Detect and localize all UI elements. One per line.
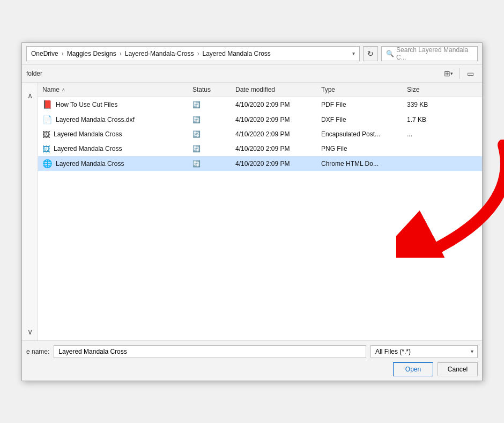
file-status-cell: 🔄 [188,128,231,141]
file-type-icon: 🖼 [42,130,50,139]
file-name-cell: 🖼 Layered Mandala Cross [38,143,188,155]
file-status-cell: 🔄 [188,157,231,170]
search-icon: 🔍 [386,50,394,57]
open-button[interactable]: Open [393,362,433,376]
col-header-type[interactable]: Type [317,85,403,94]
file-rows-container: 📕 How To Use Cut Files 🔄 4/10/2020 2:09 … [38,97,482,171]
file-type-icon: 📄 [42,115,53,125]
search-placeholder: Search Layered Mandala C... [396,46,473,61]
toolbar-divider [459,68,459,79]
table-row[interactable]: 📕 How To Use Cut Files 🔄 4/10/2020 2:09 … [38,97,482,112]
file-date-cell: 4/10/2020 2:09 PM [231,113,317,126]
button-row: Open Cancel [26,362,478,376]
path-sep-1: › [62,50,64,57]
search-box[interactable]: 🔍 Search Layered Mandala C... [381,46,478,61]
grid-view-button[interactable]: ⊞ ▾ [441,67,456,80]
main-content: ∧ ∨ Name ∧ Status Date modified Type [22,83,482,340]
file-name-cell: 🖼 Layered Mandala Cross [38,128,188,141]
file-open-dialog: OneDrive › Maggies Designs › Layered-Man… [21,42,483,381]
table-row[interactable]: 🖼 Layered Mandala Cross 🔄 4/10/2020 2:09… [38,127,482,142]
file-name-cell: 📄 Layered Mandala Cross.dxf [38,113,188,126]
toolbar-right: ⊞ ▾ ▭ [441,67,478,80]
sync-icon: 🔄 [192,116,201,123]
file-type-cell: PNG File [317,143,403,155]
filetype-select-wrapper: All Files (*.*)SVG Files (*.svg)PNG File… [370,345,478,358]
table-row[interactable]: 📄 Layered Mandala Cross.dxf 🔄 4/10/2020 … [38,112,482,127]
filename-input[interactable] [54,345,366,358]
file-type-cell: Encapsulated Post... [317,128,403,141]
sync-icon: 🔄 [192,160,201,167]
file-status-cell: 🔄 [188,113,231,126]
col-date-label: Date modified [235,86,275,93]
file-type-cell: Chrome HTML Do... [317,157,403,170]
filename-label: e name: [26,348,49,355]
col-header-size[interactable]: Size [403,85,446,94]
scroll-up-button[interactable]: ∧ [25,89,35,102]
file-date-cell: 4/10/2020 2:09 PM [231,143,317,155]
file-status-cell: 🔄 [188,98,231,111]
col-size-label: Size [407,86,419,93]
col-header-status[interactable]: Status [188,85,231,94]
grid-view-icon: ⊞ [444,69,450,78]
sync-icon: 🔄 [192,101,201,108]
filename-row: e name: All Files (*.*)SVG Files (*.svg)… [26,345,478,358]
path-maggies: Maggies Designs [67,50,116,57]
file-name-text: How To Use Cut Files [56,101,117,108]
refresh-button[interactable]: ↻ [363,46,378,61]
file-name-text: Layered Mandala Cross [54,145,122,152]
table-row[interactable]: 🖼 Layered Mandala Cross 🔄 4/10/2020 2:09… [38,142,482,156]
toolbar: folder ⊞ ▾ ▭ [22,65,482,83]
file-date-cell: 4/10/2020 2:09 PM [231,98,317,111]
file-name-text: Layered Mandala Cross.dxf [56,116,135,123]
file-list: Name ∧ Status Date modified Type Size [38,83,482,340]
file-status-cell: 🔄 [188,143,231,155]
file-size-cell: 339 KB [403,98,446,111]
table-row[interactable]: 🌐 Layered Mandala Cross 🔄 4/10/2020 2:09… [38,156,482,171]
chevron-down-icon: ▾ [450,71,453,76]
file-type-icon: 📕 [42,100,53,110]
file-date-cell: 4/10/2020 2:09 PM [231,128,317,141]
file-size-cell [403,143,446,155]
col-type-label: Type [321,86,335,93]
path-sep-3: › [197,50,199,57]
file-type-cell: DXF File [317,113,403,126]
nav-pane: ∧ ∨ [22,83,38,340]
file-type-icon: 🌐 [42,159,53,169]
footer: e name: All Files (*.*)SVG Files (*.svg)… [22,340,482,381]
path-sep-2: › [120,50,122,57]
filetype-select[interactable]: All Files (*.*)SVG Files (*.svg)PNG File… [370,345,478,358]
file-name-cell: 🌐 Layered Mandala Cross [38,157,188,170]
address-bar: OneDrive › Maggies Designs › Layered-Man… [22,43,482,65]
address-path[interactable]: OneDrive › Maggies Designs › Layered-Man… [26,46,360,61]
file-size-cell [403,157,446,170]
col-name-label: Name [42,86,60,93]
file-name-cell: 📕 How To Use Cut Files [38,98,188,111]
file-size-cell: ... [403,128,446,141]
path-mandala-cross-folder: Layered-Mandala-Cross [125,50,194,57]
scroll-down-button[interactable]: ∨ [25,325,35,338]
sync-icon: 🔄 [192,130,201,138]
col-status-label: Status [192,86,211,93]
column-headers: Name ∧ Status Date modified Type Size [38,83,482,97]
file-date-cell: 4/10/2020 2:09 PM [231,157,317,170]
scroll-controls: ∧ ∨ [25,87,35,340]
path-layered-mandala: Layered Mandala Cross [202,50,270,57]
file-list-empty-area [38,171,482,279]
sync-icon: 🔄 [192,145,201,152]
cancel-button[interactable]: Cancel [438,362,478,376]
folder-label: folder [26,70,42,77]
panel-view-button[interactable]: ▭ [463,67,478,80]
col-header-date[interactable]: Date modified [231,85,317,94]
file-type-icon: 🖼 [42,144,50,154]
panel-view-icon: ▭ [467,69,474,78]
path-onedrive: OneDrive [31,50,58,57]
file-type-cell: PDF File [317,98,403,111]
col-header-name[interactable]: Name ∧ [38,85,188,94]
file-name-text: Layered Mandala Cross [54,130,122,138]
file-name-text: Layered Mandala Cross [56,160,124,167]
file-size-cell: 1.7 KB [403,113,446,126]
sort-asc-icon: ∧ [62,87,65,92]
chevron-down-icon: ▾ [352,50,355,56]
